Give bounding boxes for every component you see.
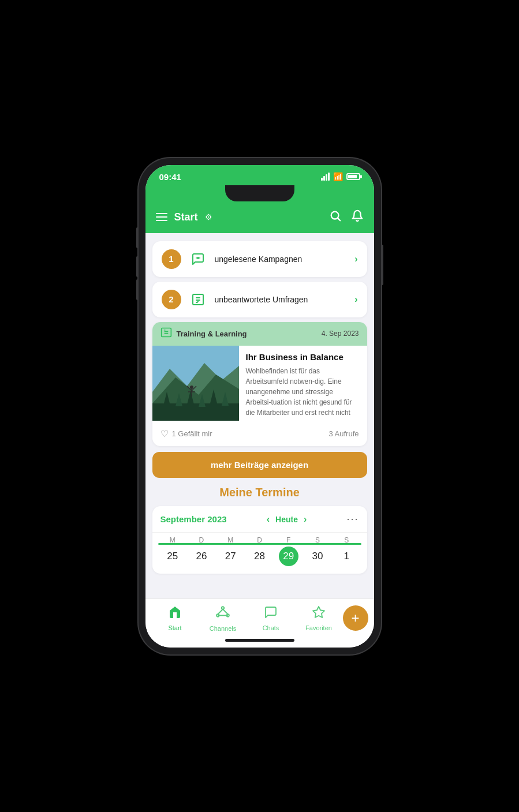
calendar-week: 25 26 27 28 29 30 1 [152, 545, 367, 574]
calendar-day-25[interactable]: 25 [158, 547, 187, 566]
day-label-tue: D [187, 533, 216, 548]
svg-point-20 [190, 386, 193, 389]
channels-icon [215, 605, 230, 623]
svg-rect-6 [161, 328, 171, 336]
chevron-right-icon-1: › [354, 254, 357, 264]
notification-item-1[interactable]: 1 ungelesene Kampagnen › [152, 241, 367, 277]
main-content: 1 ungelesene Kampagnen › 2 [145, 233, 374, 598]
article-category-icon [160, 327, 172, 341]
nav-label-start: Start [168, 624, 181, 631]
article-excerpt: Wohlbefinden ist für das Arbeitsumfeld n… [246, 366, 360, 418]
nav-item-start[interactable]: Start [151, 605, 199, 631]
svg-line-28 [218, 609, 223, 614]
article-date: 4. Sep 2023 [322, 330, 359, 338]
heart-icon: ♡ [160, 428, 169, 439]
header-title: Start [174, 211, 198, 223]
signal-icon [321, 173, 330, 181]
notifications-section: 1 ungelesene Kampagnen › 2 [145, 233, 374, 322]
day-label-sun: S [332, 533, 361, 548]
notification-item-2[interactable]: 2 unbeantwortete Umfragen › [152, 282, 367, 317]
likes-count: 1 Gefällt mir [172, 429, 212, 438]
article-header: Training & Learning 4. Sep 2023 [152, 322, 367, 346]
article-content: Ihr Business in Balance Wohlbefinden ist… [239, 346, 367, 424]
svg-rect-13 [152, 403, 239, 421]
day-label-sat: S [303, 533, 332, 548]
notif-text-2: unbeantwortete Umfragen [215, 295, 348, 304]
termine-section: Meine Termine September 2023 ‹ Heute › ·… [145, 486, 374, 581]
calendar-month-year: September 2023 [160, 514, 227, 524]
day-label-thu: D [245, 533, 274, 548]
svg-point-25 [222, 607, 224, 609]
bottom-navigation: Start Channels [145, 598, 374, 635]
svg-point-2 [197, 257, 199, 259]
notif-text-1: ungelesene Kampagnen [215, 255, 348, 264]
notif-survey-icon [188, 290, 208, 309]
termine-title: Meine Termine [152, 486, 367, 499]
calendar-day-26[interactable]: 26 [187, 547, 216, 566]
calendar-header: September 2023 ‹ Heute › ··· [152, 506, 367, 532]
home-indicator [145, 635, 374, 648]
article-likes: ♡ 1 Gefällt mir [160, 428, 212, 439]
notch-inner [225, 185, 294, 201]
nav-item-favoriten[interactable]: Favoriten [295, 605, 343, 631]
wifi-icon: 📶 [333, 172, 343, 181]
calendar-day-30[interactable]: 30 [303, 547, 332, 566]
home-icon [168, 605, 182, 623]
notch [145, 185, 374, 204]
article-body: Ihr Business in Balance Wohlbefinden ist… [152, 346, 367, 424]
chats-icon [264, 605, 278, 623]
day-label-fri: F [274, 533, 303, 548]
svg-marker-31 [313, 607, 324, 618]
day-label-mon: M [158, 533, 187, 548]
calendar-day-29-today[interactable]: 29 [274, 547, 303, 566]
settings-icon[interactable]: ⚙ [205, 212, 212, 222]
calendar-nav: ‹ Heute › [267, 514, 307, 525]
calendar-next-button[interactable]: › [304, 514, 307, 525]
nav-label-channels: Channels [210, 625, 236, 632]
calendar-more-button[interactable]: ··· [346, 513, 359, 525]
calendar-prev-button[interactable]: ‹ [267, 514, 270, 525]
plus-icon: + [351, 610, 359, 626]
add-button[interactable]: + [343, 605, 368, 631]
notif-badge-2: 2 [162, 290, 181, 309]
day-label-wed: M [216, 533, 245, 548]
article-views: 3 Aufrufe [328, 429, 359, 438]
nav-item-chats[interactable]: Chats [247, 605, 295, 631]
app-header: Start ⚙ [145, 204, 374, 233]
notif-campaign-icon [188, 249, 208, 269]
svg-line-29 [223, 609, 228, 614]
nav-item-channels[interactable]: Channels [199, 605, 247, 632]
article-header-left: Training & Learning [160, 327, 247, 341]
calendar-day-28[interactable]: 28 [245, 547, 274, 566]
header-left: Start ⚙ [156, 211, 212, 223]
nav-label-chats: Chats [263, 624, 279, 631]
article-image [152, 346, 239, 421]
phone-screen: 09:41 📶 Start ⚙ [145, 165, 374, 648]
battery-icon [346, 173, 360, 180]
notification-bell-icon[interactable] [351, 209, 364, 225]
phone-frame: 09:41 📶 Start ⚙ [139, 158, 381, 654]
calendar-today-button[interactable]: Heute [275, 515, 298, 524]
article-category-label: Training & Learning [177, 330, 247, 338]
home-bar [225, 639, 294, 642]
header-right [329, 209, 364, 225]
calendar-day-27[interactable]: 27 [216, 547, 245, 566]
more-posts-button[interactable]: mehr Beiträge anzeigen [152, 452, 367, 478]
hamburger-menu[interactable] [156, 213, 167, 221]
article-footer: ♡ 1 Gefällt mir 3 Aufrufe [152, 424, 367, 446]
calendar-days-header: M D M D F S S [152, 532, 367, 548]
search-icon[interactable] [329, 209, 342, 225]
article-title: Ihr Business in Balance [246, 351, 360, 363]
status-time: 09:41 [159, 172, 181, 182]
svg-line-1 [338, 218, 340, 220]
calendar-day-1[interactable]: 1 [332, 547, 361, 566]
status-bar: 09:41 📶 [145, 165, 374, 185]
favoriten-icon [312, 605, 326, 623]
calendar: September 2023 ‹ Heute › ··· M D M D [152, 506, 367, 574]
chevron-right-icon-2: › [354, 294, 357, 305]
notif-badge-1: 1 [162, 249, 181, 269]
article-card[interactable]: Training & Learning 4. Sep 2023 [152, 322, 367, 447]
status-icons: 📶 [321, 172, 360, 181]
nav-label-favoriten: Favoriten [305, 624, 332, 631]
